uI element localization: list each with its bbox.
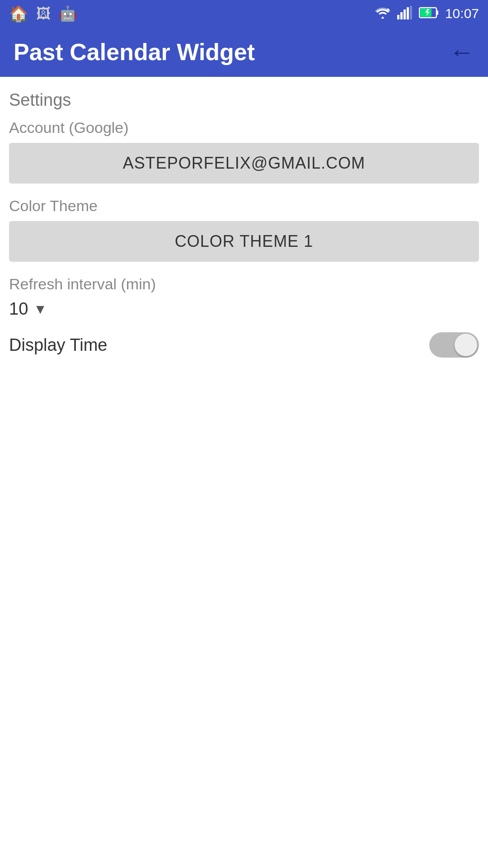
display-time-row: Display Time <box>9 332 479 358</box>
status-time: 10:07 <box>445 6 479 21</box>
status-bar-right: 10:07 <box>375 6 479 21</box>
settings-section-title: Settings <box>9 90 479 110</box>
back-button[interactable]: ← <box>449 39 474 65</box>
chevron-down-icon: ▼ <box>33 302 47 317</box>
color-theme-button[interactable]: COLOR THEME 1 <box>9 221 479 262</box>
app-bar: Past Calendar Widget ← <box>0 27 488 77</box>
status-bar: 🏠 🖼 🤖 <box>0 0 488 27</box>
refresh-label: Refresh interval (min) <box>9 275 479 293</box>
svg-rect-3 <box>407 7 409 19</box>
app-title: Past Calendar Widget <box>14 38 255 66</box>
settings-content: Settings Account (Google) ASTEPORFELIX@G… <box>0 77 488 358</box>
color-theme-label: Color Theme <box>9 197 479 215</box>
refresh-value: 10 <box>9 299 28 319</box>
toggle-knob <box>455 334 477 356</box>
svg-rect-6 <box>436 10 438 15</box>
gallery-icon: 🖼 <box>36 5 51 22</box>
display-time-toggle[interactable] <box>429 332 479 358</box>
account-value: ASTEPORFELIX@GMAIL.COM <box>123 154 366 173</box>
home-icon: 🏠 <box>9 5 28 23</box>
wifi-icon <box>375 6 391 21</box>
refresh-dropdown[interactable]: 10 ▼ <box>9 299 479 319</box>
svg-rect-0 <box>397 15 399 19</box>
display-time-label: Display Time <box>9 335 108 355</box>
color-theme-value: COLOR THEME 1 <box>175 232 313 251</box>
refresh-section: Refresh interval (min) 10 ▼ <box>9 275 479 319</box>
status-bar-left: 🏠 🖼 🤖 <box>9 5 77 23</box>
svg-rect-2 <box>404 9 406 19</box>
account-button[interactable]: ASTEPORFELIX@GMAIL.COM <box>9 143 479 184</box>
signal-icon <box>397 6 413 21</box>
svg-rect-4 <box>410 6 412 19</box>
battery-icon <box>419 6 439 21</box>
robot-icon: 🤖 <box>59 5 77 22</box>
account-label: Account (Google) <box>9 119 479 137</box>
svg-rect-1 <box>400 12 403 19</box>
